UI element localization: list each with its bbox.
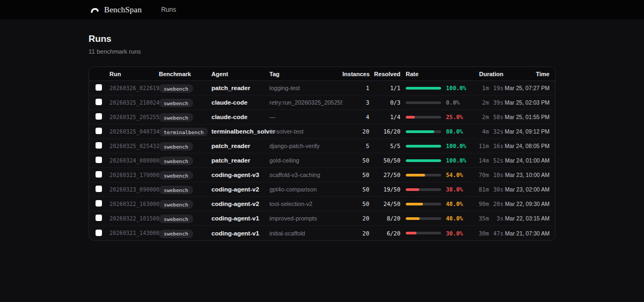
run-time: Mar 24, 09:12 PM xyxy=(503,128,550,135)
duration-seconds: 20s xyxy=(492,201,503,207)
run-time: Mar 24, 01:00 AM xyxy=(503,157,550,164)
table-row[interactable]: 20260325_205255 swebench claude-code — 4… xyxy=(89,110,555,124)
duration-seconds: 16s xyxy=(492,143,503,149)
agent-name: patch_reader xyxy=(211,85,269,91)
rate-bar xyxy=(406,174,441,176)
benchmark-badge: swebench xyxy=(159,113,193,122)
rate-bar xyxy=(406,232,441,234)
run-id: 20260321_143000 xyxy=(109,230,159,236)
rate-bar-fill xyxy=(406,130,434,133)
run-tag: scaffold-v3-caching xyxy=(269,172,342,178)
column-header-rate: Rate xyxy=(400,71,468,77)
run-tag: tb-solver-test xyxy=(269,128,342,135)
table-row[interactable]: 20260322_163000 swebench coding-agent-v2… xyxy=(89,197,555,211)
duration: 11m16s xyxy=(468,143,503,149)
rate-percent: 100.0% xyxy=(446,85,466,91)
table-row[interactable]: 20260321_143000 swebench coding-agent-v1… xyxy=(89,226,555,240)
run-tag: — xyxy=(269,114,342,120)
rate-percent: 38.0% xyxy=(446,186,463,193)
page-title: Runs xyxy=(89,34,555,45)
rate-bar xyxy=(406,188,441,191)
row-checkbox[interactable] xyxy=(96,113,102,120)
rate-percent: 25.0% xyxy=(446,114,463,120)
table-row[interactable]: 20260323_170000 swebench coding-agent-v3… xyxy=(89,168,555,182)
run-time: Mar 21, 07:30 AM xyxy=(503,230,550,237)
duration-seconds: 52s xyxy=(492,157,503,164)
rate-percent: 30.0% xyxy=(446,230,463,237)
rate-bar xyxy=(406,217,441,220)
instances-count: 20 xyxy=(342,230,369,237)
run-time: Mar 22, 09:30 AM xyxy=(503,201,550,207)
column-header-time: Time xyxy=(503,71,550,77)
resolved-count: 19/50 xyxy=(369,186,400,193)
table-row[interactable]: 20260324_080000 swebench patch_reader go… xyxy=(89,153,555,168)
duration-minutes: 70m xyxy=(479,172,489,178)
brand[interactable]: BenchSpan xyxy=(90,5,142,14)
benchmark-badge: swebench xyxy=(159,142,193,151)
benchmark-badge: swebench xyxy=(159,157,193,165)
benchmark-badge: swebench xyxy=(159,171,193,180)
rate-percent: 0.0% xyxy=(446,99,459,106)
duration-minutes: 90m xyxy=(479,201,489,207)
duration: 30m47s xyxy=(468,230,503,237)
table-header-row: Run Benchmark Agent Tag Instances Resolv… xyxy=(89,67,555,81)
instances-count: 50 xyxy=(342,186,369,193)
row-checkbox[interactable] xyxy=(96,230,102,236)
column-header-run: Run xyxy=(109,71,159,77)
duration-minutes: 81m xyxy=(479,186,489,193)
resolved-count: 1/4 xyxy=(369,114,400,120)
duration-minutes: 30m xyxy=(479,230,489,237)
rate-percent: 100.0% xyxy=(446,143,466,149)
table-row[interactable]: 20260326_022619 swebench patch_reader lo… xyxy=(89,81,555,95)
rate-bar xyxy=(406,87,441,90)
duration-minutes: 14m xyxy=(479,157,489,164)
agent-name: claude-code xyxy=(211,99,269,106)
run-time: Mar 22, 03:15 AM xyxy=(503,215,550,222)
nav-item-runs[interactable]: Runs xyxy=(161,6,176,13)
table-row[interactable]: 20260325_210024 swebench claude-code ret… xyxy=(89,95,555,110)
column-header-agent: Agent xyxy=(211,71,269,77)
instances-count: 3 xyxy=(342,99,369,106)
table-row[interactable]: 20260325_025432 swebench patch_reader dj… xyxy=(89,139,555,153)
table-row[interactable]: 20260325_040734 terminalbench terminalbe… xyxy=(89,124,555,139)
row-checkbox[interactable] xyxy=(96,171,102,178)
top-bar: BenchSpan Runs xyxy=(0,0,644,19)
rate-bar-fill xyxy=(406,87,441,90)
row-checkbox[interactable] xyxy=(96,128,102,134)
duration-minutes: 2m xyxy=(482,114,489,120)
table-body: 20260326_022619 swebench patch_reader lo… xyxy=(89,81,555,240)
duration-seconds: 32s xyxy=(492,128,503,135)
rate-bar-fill xyxy=(406,174,425,176)
rate-bar xyxy=(406,116,441,119)
table-row[interactable]: 20260323_090000 swebench coding-agent-v2… xyxy=(89,182,555,197)
instances-count: 5 xyxy=(342,143,369,149)
row-checkbox[interactable] xyxy=(96,142,102,149)
duration: 14m52s xyxy=(468,157,503,164)
run-tag: tool-selection-v2 xyxy=(269,201,342,207)
main-content: Runs 11 benchmark runs Run Benchmark Age… xyxy=(0,19,644,241)
run-time: Mar 25, 07:27 PM xyxy=(503,85,550,91)
row-checkbox[interactable] xyxy=(96,215,102,221)
duration: 2m58s xyxy=(468,114,503,120)
row-checkbox[interactable] xyxy=(96,157,102,163)
instances-count: 1 xyxy=(342,85,369,91)
duration-seconds: 10s xyxy=(492,172,503,178)
rate-bar xyxy=(406,101,441,104)
rate-bar xyxy=(406,130,441,133)
row-checkbox[interactable] xyxy=(96,200,102,207)
agent-name: claude-code xyxy=(211,114,269,120)
rate-bar xyxy=(406,203,441,205)
rate-bar-fill xyxy=(406,217,420,220)
agent-name: terminalbench_solver xyxy=(211,128,269,135)
table-row[interactable]: 20260322_101500 swebench coding-agent-v1… xyxy=(89,211,555,226)
instances-count: 20 xyxy=(342,128,369,135)
duration: 81m30s xyxy=(468,186,503,193)
duration-minutes: 35m xyxy=(479,215,489,222)
row-checkbox[interactable] xyxy=(96,99,102,105)
row-checkbox[interactable] xyxy=(96,84,102,91)
row-checkbox[interactable] xyxy=(96,186,102,192)
rate-bar-fill xyxy=(406,232,416,234)
duration-seconds: 47s xyxy=(492,230,503,237)
run-id: 20260325_210024 xyxy=(109,100,159,106)
instances-count: 50 xyxy=(342,172,369,178)
